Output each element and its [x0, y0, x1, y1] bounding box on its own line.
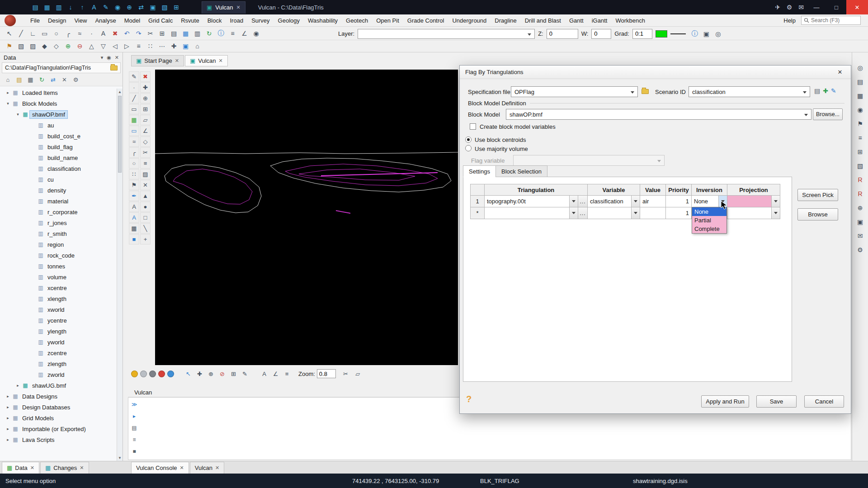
spec-edit-icon[interactable]: ✎ — [831, 87, 836, 94]
panel-tab[interactable]: ▦ Changes ✕ — [40, 462, 89, 474]
console-tab[interactable]: Vulcan Console ✕ — [131, 462, 189, 474]
text-icon[interactable]: A — [98, 28, 109, 39]
priority-cell[interactable]: 1 — [666, 196, 692, 207]
tree-item[interactable]: ▥ build_name — [0, 152, 123, 163]
tree-expander-icon[interactable]: ▸ — [5, 405, 11, 409]
bg-red-dot[interactable] — [158, 371, 165, 377]
tree-item[interactable]: ▥ zlength — [0, 358, 123, 369]
tree-item[interactable]: ▥ build_flag — [0, 141, 123, 152]
menu-item[interactable]: Underground — [448, 14, 491, 27]
rect-blue-icon[interactable]: ▭ — [129, 126, 139, 136]
grid-icon[interactable]: ⊞ — [171, 2, 182, 13]
zoom-input[interactable] — [317, 369, 336, 378]
line-icon[interactable]: ╱ — [129, 93, 139, 103]
magnify-icon[interactable]: ◎ — [712, 28, 724, 39]
colour-swatch[interactable] — [656, 30, 667, 38]
variable-dropdown-button[interactable] — [631, 207, 640, 219]
menu-item[interactable]: Iroad — [226, 14, 248, 27]
ellipse-icon[interactable]: ○ — [129, 158, 139, 169]
new-folder-icon[interactable]: ▤ — [14, 75, 24, 85]
search-box[interactable] — [801, 16, 861, 25]
menu-item[interactable]: Grade Control — [403, 14, 448, 27]
remove-icon[interactable]: ⊖ — [74, 41, 85, 52]
move-icon[interactable]: ✚ — [140, 82, 151, 93]
triangulation-browse-button[interactable]: ... — [578, 196, 587, 207]
eraser-icon[interactable]: ▱ — [353, 369, 363, 379]
poly-icon[interactable]: ◇ — [140, 136, 151, 147]
open-sheet-icon[interactable]: ▦ — [42, 2, 52, 13]
tree-item[interactable]: ▾ ▦ shawOP.bmf — [0, 109, 123, 120]
tree-item[interactable]: ▥ ycentre — [0, 315, 123, 326]
help-icon[interactable]: ? — [466, 394, 472, 404]
value-cell[interactable]: air — [640, 196, 666, 207]
row-number-cell[interactable]: 1 — [471, 196, 485, 207]
tree-expander-icon[interactable]: ▸ — [5, 416, 11, 420]
panel-menu-icon[interactable]: ▾ — [101, 55, 104, 61]
block-model-field[interactable]: shawOP.bmf — [506, 109, 811, 120]
menu-item[interactable]: Drill and Blast — [521, 14, 565, 27]
grad-input[interactable] — [632, 29, 652, 39]
list-icon[interactable]: ≡ — [854, 132, 866, 143]
tree-item[interactable]: ▥ tonnes — [0, 261, 123, 272]
scroll-down-icon[interactable]: ▼ — [117, 455, 123, 461]
clear-icon[interactable]: ✕ — [59, 75, 70, 85]
pin-icon[interactable]: ◉ — [112, 2, 123, 13]
draw-icon[interactable]: ✎ — [129, 71, 139, 82]
sync-icon[interactable]: ⇄ — [136, 2, 146, 13]
line-icon[interactable]: ╱ — [15, 28, 27, 39]
console-print-icon[interactable]: ▤ — [130, 424, 139, 432]
tree-item[interactable]: ▸ ▦ shawUG.bmf — [0, 380, 123, 391]
row-number-cell[interactable]: * — [471, 207, 485, 219]
z-input[interactable] — [547, 29, 578, 39]
pen-blue-icon[interactable]: ✒ — [129, 191, 139, 201]
menu-item[interactable]: iGantt — [588, 14, 612, 27]
layers-icon[interactable]: ≡ — [227, 28, 238, 39]
flag-icon[interactable]: ⚑ — [4, 41, 15, 52]
tree-item[interactable]: ▥ density — [0, 185, 123, 196]
line-style-sample[interactable] — [670, 30, 686, 38]
flag-icon[interactable]: ⚑ — [129, 180, 139, 190]
text-icon[interactable]: A — [129, 202, 139, 212]
tree-item[interactable]: ▥ r_jones — [0, 217, 123, 228]
flag-icon[interactable]: ⚑ — [854, 118, 866, 129]
close-tab-icon[interactable]: ✕ — [80, 465, 84, 471]
layer-combo[interactable] — [358, 29, 535, 39]
copy-icon[interactable]: ⊞ — [156, 28, 168, 39]
close-tab-icon[interactable]: ✕ — [236, 5, 241, 10]
tree-item[interactable]: ▸ ▦ Design Databases — [0, 402, 123, 413]
target-icon[interactable]: ⊕ — [124, 2, 135, 13]
console-tab[interactable]: Vulcan ✕ — [190, 462, 225, 474]
polyline-icon[interactable]: ∟ — [27, 28, 38, 39]
search-input[interactable] — [811, 17, 858, 23]
list-icon[interactable]: ≡ — [133, 41, 144, 52]
menu-item[interactable]: Geology — [274, 14, 304, 27]
save-icon[interactable]: ▦ — [180, 28, 191, 39]
menu-item[interactable]: Open Pit — [372, 14, 403, 27]
select-icon[interactable]: ↖ — [183, 369, 193, 379]
tree-item[interactable]: ▥ volume — [0, 272, 123, 282]
digitise-icon[interactable]: ✎ — [240, 369, 250, 379]
tree-item[interactable]: ▸ ▦ Loaded Items — [0, 87, 123, 98]
bg-light-dot[interactable] — [140, 371, 147, 377]
menu-item[interactable]: Geotech — [342, 14, 372, 27]
tree-item[interactable]: ▥ zcentre — [0, 347, 123, 358]
tree-item[interactable]: ▥ region — [0, 239, 123, 250]
point-icon[interactable]: · — [86, 28, 97, 39]
table-icon[interactable]: ▥ — [53, 2, 64, 13]
settings-icon[interactable]: ⚙ — [854, 244, 866, 255]
maximize-button[interactable]: □ — [826, 0, 846, 14]
scrollbar-thumb[interactable] — [118, 96, 122, 173]
undo-icon[interactable]: ↶ — [121, 28, 132, 39]
angle-tool-icon[interactable]: ∠ — [270, 369, 281, 379]
variable-dropdown-button[interactable] — [631, 196, 640, 207]
tree-item[interactable]: ▥ zworld — [0, 369, 123, 380]
tree-item[interactable]: ▥ xcentre — [0, 282, 123, 293]
center-icon[interactable]: ⊕ — [140, 93, 151, 103]
dialog-tab[interactable]: Block Selection — [495, 165, 547, 177]
plus-icon[interactable]: + — [140, 234, 151, 244]
tree-expander-icon[interactable]: ▸ — [5, 437, 11, 442]
triangle-icon[interactable]: ▲ — [140, 191, 151, 201]
tree-item[interactable]: ▸ ▦ Grid Models — [0, 413, 123, 423]
menu-item[interactable]: Grid Calc — [144, 14, 177, 27]
spec-add-icon[interactable]: ✚ — [823, 87, 828, 94]
